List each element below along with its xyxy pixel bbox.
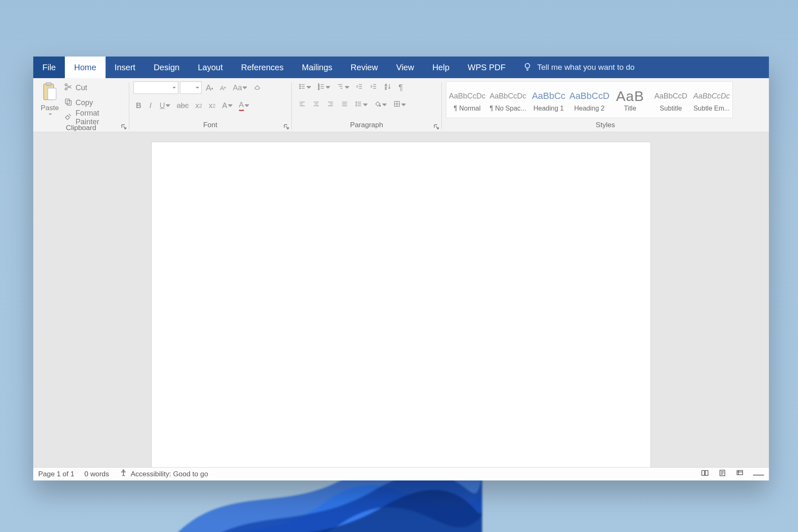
borders-icon <box>393 100 401 110</box>
shading-button[interactable] <box>372 99 389 111</box>
style-heading-1[interactable]: AaBbCcHeading 1 <box>530 84 568 116</box>
read-mode-button[interactable] <box>701 469 709 479</box>
style-subtitle[interactable]: AaBbCcDSubtitle <box>652 84 690 116</box>
word-count-status[interactable]: 0 words <box>84 470 109 478</box>
tab-mailings[interactable]: Mailings <box>293 57 341 78</box>
tab-insert[interactable]: Insert <box>106 57 145 78</box>
tell-me-label: Tell me what you want to do <box>537 63 634 72</box>
style-title[interactable]: AaBTitle <box>611 84 649 116</box>
word-window: File Home Insert Design Layout Reference… <box>33 57 769 480</box>
style--no-spac-[interactable]: AaBbCcDc¶ No Spac... <box>489 84 527 116</box>
tab-wps-pdf[interactable]: WPS PDF <box>458 57 515 78</box>
copy-button[interactable]: Copy <box>64 96 125 109</box>
paragraph-launcher[interactable] <box>433 123 440 130</box>
svg-point-16 <box>379 105 381 106</box>
tab-help[interactable]: Help <box>423 57 458 78</box>
svg-point-9 <box>300 86 300 86</box>
style-name: Heading 2 <box>570 105 608 112</box>
svg-rect-2 <box>46 82 51 86</box>
tab-file[interactable]: File <box>33 57 65 78</box>
strikethrough-button[interactable]: abc <box>174 100 191 111</box>
align-left-icon <box>298 100 306 110</box>
bullets-icon <box>298 83 306 92</box>
paintbrush-icon <box>64 113 72 123</box>
page-number-status[interactable]: Page 1 of 1 <box>38 470 74 478</box>
cut-button[interactable]: Cut <box>64 81 125 94</box>
ribbon-tabs: File Home Insert Design Layout Reference… <box>33 57 769 78</box>
align-center-button[interactable] <box>310 99 323 111</box>
styles-gallery[interactable]: AaBbCcDc¶ NormalAaBbCcDc¶ No Spac...AaBb… <box>446 81 733 118</box>
tell-me-search[interactable]: Tell me what you want to do <box>515 57 643 78</box>
web-layout-button[interactable] <box>736 469 744 479</box>
increase-indent-button[interactable] <box>367 81 380 93</box>
document-area[interactable] <box>33 132 769 467</box>
document-page[interactable] <box>152 142 650 467</box>
indent-icon <box>370 83 377 92</box>
show-paragraph-marks-button[interactable]: ¶ <box>396 81 406 93</box>
font-launcher[interactable] <box>283 123 290 130</box>
font-color-button[interactable]: A <box>236 100 251 111</box>
line-spacing-button[interactable] <box>352 99 370 111</box>
accessibility-icon <box>119 469 128 479</box>
line-spacing-icon <box>355 100 362 110</box>
paste-button[interactable]: Paste <box>37 81 62 116</box>
style-preview: AaBbCcDc <box>692 87 731 105</box>
numbering-button[interactable]: 123 <box>315 81 332 93</box>
clipboard-paste-icon <box>42 82 58 101</box>
tab-references[interactable]: References <box>232 57 293 78</box>
copy-icon <box>64 98 72 108</box>
superscript-button[interactable]: x2 <box>206 100 218 111</box>
format-painter-button[interactable]: Format Painter <box>64 111 125 124</box>
multilevel-icon <box>337 83 344 92</box>
font-name-combo[interactable] <box>133 81 178 94</box>
shrink-font-button[interactable]: A▾ <box>217 82 229 94</box>
align-center-icon <box>313 100 320 110</box>
bullets-button[interactable] <box>296 81 313 93</box>
style-name: ¶ Normal <box>448 105 486 112</box>
tab-layout[interactable]: Layout <box>189 57 232 78</box>
multilevel-list-button[interactable] <box>334 81 352 93</box>
grow-font-button[interactable]: A▴ <box>203 82 216 94</box>
svg-text:3: 3 <box>318 87 320 90</box>
font-group-label: Font <box>129 121 291 132</box>
style-subtle-em-[interactable]: AaBbCcDcSubtle Em... <box>692 84 731 116</box>
scissors-icon <box>64 83 72 93</box>
svg-point-10 <box>300 88 300 89</box>
underline-button[interactable]: U <box>157 100 172 111</box>
decrease-indent-button[interactable] <box>353 81 366 93</box>
svg-rect-3 <box>48 88 56 100</box>
borders-button[interactable] <box>391 99 408 111</box>
subscript-button[interactable]: x2 <box>193 100 204 111</box>
tab-view[interactable]: View <box>387 57 423 78</box>
print-layout-button[interactable] <box>718 469 727 479</box>
style--normal[interactable]: AaBbCcDc¶ Normal <box>448 84 486 116</box>
paste-dropdown-icon[interactable] <box>48 112 52 116</box>
align-right-button[interactable] <box>324 99 337 111</box>
style-heading-2[interactable]: AaBbCcDHeading 2 <box>570 84 608 116</box>
clipboard-launcher[interactable] <box>121 123 127 130</box>
style-name: Subtle Em... <box>692 105 731 112</box>
sort-button[interactable]: AZ <box>382 81 394 93</box>
align-left-button[interactable] <box>296 99 308 111</box>
clear-formatting-button[interactable] <box>251 82 264 94</box>
style-name: Subtitle <box>652 105 690 112</box>
justify-button[interactable] <box>338 99 351 111</box>
tab-review[interactable]: Review <box>342 57 387 78</box>
change-case-button[interactable]: Aa <box>230 82 249 94</box>
accessibility-status[interactable]: Accessibility: Good to go <box>119 469 208 479</box>
cut-label: Cut <box>76 84 87 92</box>
svg-text:A: A <box>385 83 387 86</box>
tab-home[interactable]: Home <box>65 57 105 78</box>
outdent-icon <box>356 83 363 92</box>
status-bar: Page 1 of 1 0 words Accessibility: Good … <box>33 467 769 480</box>
font-size-combo[interactable] <box>180 81 202 94</box>
style-preview: AaBbCcDc <box>448 87 486 105</box>
bold-button[interactable]: B <box>133 100 144 111</box>
tab-design[interactable]: Design <box>145 57 189 78</box>
paint-bucket-icon <box>374 100 382 110</box>
italic-button[interactable]: I <box>145 100 155 111</box>
svg-point-8 <box>300 84 300 85</box>
text-effects-button[interactable]: A <box>220 100 235 111</box>
svg-point-0 <box>525 63 530 68</box>
align-right-icon <box>327 100 334 110</box>
